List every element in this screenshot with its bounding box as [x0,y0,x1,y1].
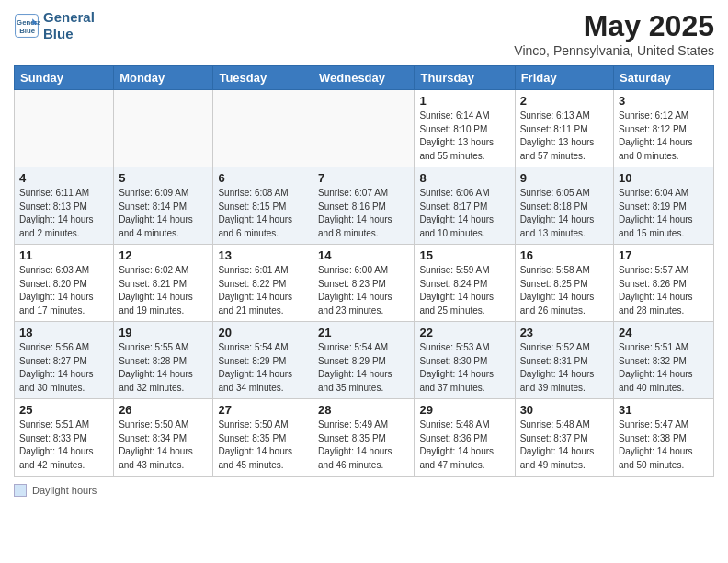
weekday-header-friday: Friday [515,66,613,90]
day-number: 4 [19,171,108,185]
day-number: 21 [318,326,409,339]
day-info: Sunrise: 5:48 AM Sunset: 8:37 PM Dayligh… [520,419,609,472]
day-info: Sunrise: 6:00 AM Sunset: 8:23 PM Dayligh… [318,264,409,317]
day-number: 24 [619,326,709,339]
day-info: Sunrise: 6:14 AM Sunset: 8:10 PM Dayligh… [419,109,509,163]
calendar-cell [15,90,114,167]
day-number: 16 [520,248,609,262]
day-number: 31 [619,403,709,417]
day-info: Sunrise: 5:47 AM Sunset: 8:38 PM Dayligh… [619,419,709,472]
day-info: Sunrise: 6:02 AM Sunset: 8:21 PM Dayligh… [119,264,208,317]
day-info: Sunrise: 6:06 AM Sunset: 8:17 PM Dayligh… [419,187,509,240]
day-info: Sunrise: 5:52 AM Sunset: 8:31 PM Dayligh… [520,341,609,395]
day-number: 5 [119,171,208,185]
day-number: 15 [419,248,509,262]
day-info: Sunrise: 5:50 AM Sunset: 8:34 PM Dayligh… [119,419,208,472]
calendar-cell: 15Sunrise: 5:59 AM Sunset: 8:24 PM Dayli… [415,245,515,322]
day-info: Sunrise: 5:54 AM Sunset: 8:29 PM Dayligh… [318,341,409,395]
main-title: May 2025 [514,9,714,43]
logo-icon: General Blue [14,13,40,39]
calendar-week-row: 18Sunrise: 5:56 AM Sunset: 8:27 PM Dayli… [15,322,714,399]
weekday-header-row: SundayMondayTuesdayWednesdayThursdayFrid… [15,66,714,90]
day-info: Sunrise: 5:50 AM Sunset: 8:35 PM Dayligh… [218,419,308,472]
page: General Blue General Blue May 2025 Vinco… [0,0,728,563]
weekday-header-saturday: Saturday [614,66,714,90]
day-number: 29 [419,403,509,417]
calendar-cell: 23Sunrise: 5:52 AM Sunset: 8:31 PM Dayli… [515,322,613,399]
day-number: 28 [318,403,409,417]
day-info: Sunrise: 5:57 AM Sunset: 8:26 PM Dayligh… [619,264,709,317]
calendar-cell: 27Sunrise: 5:50 AM Sunset: 8:35 PM Dayli… [213,399,313,477]
calendar-cell: 3Sunrise: 6:12 AM Sunset: 8:12 PM Daylig… [614,90,714,167]
calendar-week-row: 4Sunrise: 6:11 AM Sunset: 8:13 PM Daylig… [15,167,714,245]
weekday-header-sunday: Sunday [15,66,114,90]
day-number: 3 [619,94,709,108]
calendar-week-row: 25Sunrise: 5:51 AM Sunset: 8:33 PM Dayli… [15,399,714,477]
calendar-cell: 28Sunrise: 5:49 AM Sunset: 8:35 PM Dayli… [313,399,415,477]
daylight-label: Daylight hours [32,485,97,496]
day-info: Sunrise: 5:55 AM Sunset: 8:28 PM Dayligh… [119,341,208,395]
day-info: Sunrise: 6:01 AM Sunset: 8:22 PM Dayligh… [218,264,308,317]
day-number: 2 [520,94,609,108]
logo: General Blue General Blue [14,9,95,42]
day-number: 30 [520,403,609,417]
calendar-week-row: 11Sunrise: 6:03 AM Sunset: 8:20 PM Dayli… [15,245,714,322]
weekday-header-tuesday: Tuesday [213,66,313,90]
weekday-header-wednesday: Wednesday [313,66,415,90]
calendar-cell: 14Sunrise: 6:00 AM Sunset: 8:23 PM Dayli… [313,245,415,322]
day-number: 6 [218,171,308,185]
calendar-cell: 20Sunrise: 5:54 AM Sunset: 8:29 PM Dayli… [213,322,313,399]
calendar-cell: 17Sunrise: 5:57 AM Sunset: 8:26 PM Dayli… [614,245,714,322]
day-number: 12 [119,248,208,262]
calendar-cell: 29Sunrise: 5:48 AM Sunset: 8:36 PM Dayli… [415,399,515,477]
calendar-cell [114,90,213,167]
day-number: 1 [419,94,509,108]
day-info: Sunrise: 6:05 AM Sunset: 8:18 PM Dayligh… [520,187,609,240]
day-info: Sunrise: 6:09 AM Sunset: 8:14 PM Dayligh… [119,187,208,240]
calendar-cell: 24Sunrise: 5:51 AM Sunset: 8:32 PM Dayli… [614,322,714,399]
calendar-cell: 26Sunrise: 5:50 AM Sunset: 8:34 PM Dayli… [114,399,213,477]
day-info: Sunrise: 6:03 AM Sunset: 8:20 PM Dayligh… [19,264,108,317]
calendar-cell: 21Sunrise: 5:54 AM Sunset: 8:29 PM Dayli… [313,322,415,399]
calendar-cell: 9Sunrise: 6:05 AM Sunset: 8:18 PM Daylig… [515,167,613,245]
calendar-cell: 4Sunrise: 6:11 AM Sunset: 8:13 PM Daylig… [15,167,114,245]
day-number: 9 [520,171,609,185]
day-info: Sunrise: 6:07 AM Sunset: 8:16 PM Dayligh… [318,187,409,240]
day-number: 22 [419,326,509,339]
day-info: Sunrise: 5:54 AM Sunset: 8:29 PM Dayligh… [218,341,308,395]
day-info: Sunrise: 5:53 AM Sunset: 8:30 PM Dayligh… [419,341,509,395]
calendar-cell [313,90,415,167]
calendar-cell: 6Sunrise: 6:08 AM Sunset: 8:15 PM Daylig… [213,167,313,245]
day-info: Sunrise: 6:12 AM Sunset: 8:12 PM Dayligh… [619,109,709,163]
calendar-cell: 8Sunrise: 6:06 AM Sunset: 8:17 PM Daylig… [415,167,515,245]
footer-note: Daylight hours [14,484,714,497]
day-info: Sunrise: 5:58 AM Sunset: 8:25 PM Dayligh… [520,264,609,317]
day-info: Sunrise: 6:08 AM Sunset: 8:15 PM Dayligh… [218,187,308,240]
calendar-cell: 16Sunrise: 5:58 AM Sunset: 8:25 PM Dayli… [515,245,613,322]
day-number: 10 [619,171,709,185]
calendar-cell: 30Sunrise: 5:48 AM Sunset: 8:37 PM Dayli… [515,399,613,477]
calendar-cell: 12Sunrise: 6:02 AM Sunset: 8:21 PM Dayli… [114,245,213,322]
calendar-cell [213,90,313,167]
day-info: Sunrise: 6:04 AM Sunset: 8:19 PM Dayligh… [619,187,709,240]
day-info: Sunrise: 5:56 AM Sunset: 8:27 PM Dayligh… [19,341,108,395]
day-number: 19 [119,326,208,339]
calendar-cell: 22Sunrise: 5:53 AM Sunset: 8:30 PM Dayli… [415,322,515,399]
calendar-cell: 2Sunrise: 6:13 AM Sunset: 8:11 PM Daylig… [515,90,613,167]
day-number: 13 [218,248,308,262]
calendar-cell: 18Sunrise: 5:56 AM Sunset: 8:27 PM Dayli… [15,322,114,399]
day-number: 11 [19,248,108,262]
weekday-header-thursday: Thursday [415,66,515,90]
day-number: 20 [218,326,308,339]
day-number: 27 [218,403,308,417]
calendar-cell: 25Sunrise: 5:51 AM Sunset: 8:33 PM Dayli… [15,399,114,477]
calendar-cell: 7Sunrise: 6:07 AM Sunset: 8:16 PM Daylig… [313,167,415,245]
day-info: Sunrise: 5:51 AM Sunset: 8:32 PM Dayligh… [619,341,709,395]
day-number: 26 [119,403,208,417]
daylight-box [14,484,27,497]
header: General Blue General Blue May 2025 Vinco… [14,9,714,58]
day-number: 17 [619,248,709,262]
subtitle: Vinco, Pennsylvania, United States [514,43,714,58]
svg-text:Blue: Blue [19,27,36,35]
day-info: Sunrise: 5:51 AM Sunset: 8:33 PM Dayligh… [19,419,108,472]
